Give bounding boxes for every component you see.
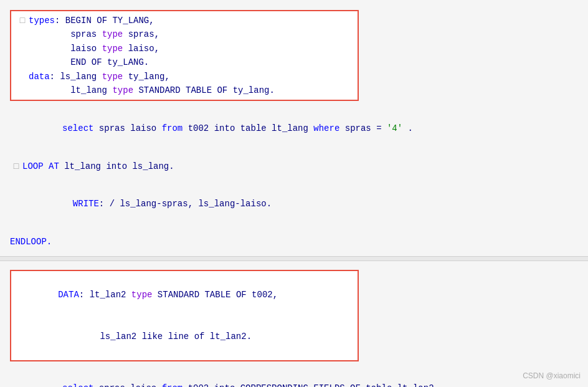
code-text: WRITE: / ls_lang-spras, ls_lang-laiso. bbox=[10, 183, 272, 225]
code-line: select spras laiso from t002 into table … bbox=[10, 107, 578, 149]
code-line: ENDLOOP. bbox=[10, 235, 578, 249]
code-block-endloop1: ENDLOOP. bbox=[0, 232, 588, 251]
code-line: WRITE: / ls_lang-spras, ls_lang-laiso. bbox=[10, 183, 578, 225]
code-text: DATA: lt_lan2 type STANDARD TABLE OF t00… bbox=[16, 274, 278, 315]
code-text: LOOP AT lt_lang into ls_lang. bbox=[22, 160, 174, 173]
code-line: laiso type laiso, bbox=[16, 42, 353, 55]
code-text: types: BEGIN OF TY_LANG, bbox=[29, 14, 154, 27]
code-text: laiso type laiso, bbox=[29, 42, 159, 55]
code-line: □ LOOP AT lt_lang into ls_lang. bbox=[10, 160, 578, 173]
code-block-select1: select spras laiso from t002 into table … bbox=[0, 105, 588, 151]
code-line: ls_lan2 like line of lt_lan2. bbox=[16, 316, 353, 358]
boxed-section-2: DATA: lt_lan2 type STANDARD TABLE OF t00… bbox=[10, 270, 359, 361]
watermark: CSDN @xiaomici bbox=[523, 370, 581, 382]
code-text: data: ls_lang type ty_lang, bbox=[29, 70, 170, 84]
code-text: ENDLOOP. bbox=[10, 235, 52, 249]
code-text: ls_lan2 like line of lt_lan2. bbox=[16, 316, 252, 358]
code-line: END OF ty_LANG. bbox=[16, 55, 353, 69]
spacer bbox=[0, 227, 588, 232]
spacer bbox=[0, 176, 588, 181]
code-text: select spras laiso from t002 into table … bbox=[10, 107, 413, 149]
code-container: □ types: BEGIN OF TY_LANG, spras type sp… bbox=[0, 0, 588, 387]
code-block-loop1: □ LOOP AT lt_lang into ls_lang. bbox=[0, 157, 588, 176]
code-text: lt_lang type STANDARD TABLE OF ty_lang. bbox=[29, 84, 275, 97]
code-text: END OF ty_LANG. bbox=[29, 55, 149, 69]
code-line: lt_lang type STANDARD TABLE OF ty_lang. bbox=[16, 84, 353, 97]
code-text: spras type spras, bbox=[29, 27, 159, 41]
code-line: data: ls_lang type ty_lang, bbox=[16, 70, 353, 84]
code-line: select spras laiso from t002 into CORRES… bbox=[10, 368, 578, 387]
spacer bbox=[0, 152, 588, 157]
gutter-collapse[interactable]: □ bbox=[10, 160, 22, 173]
boxed-section-1: □ types: BEGIN OF TY_LANG, spras type sp… bbox=[10, 10, 359, 101]
code-line: spras type spras, bbox=[16, 27, 353, 41]
code-line: □ types: BEGIN OF TY_LANG, bbox=[16, 14, 353, 27]
code-block-select2: select spras laiso from t002 into CORRES… bbox=[0, 365, 588, 387]
code-line: DATA: lt_lan2 type STANDARD TABLE OF t00… bbox=[16, 274, 353, 315]
gutter-collapse[interactable]: □ bbox=[16, 14, 29, 27]
section-divider bbox=[0, 256, 588, 261]
code-text: select spras laiso from t002 into CORRES… bbox=[10, 368, 439, 387]
code-block-write1: WRITE: / ls_lang-spras, ls_lang-laiso. bbox=[0, 181, 588, 227]
